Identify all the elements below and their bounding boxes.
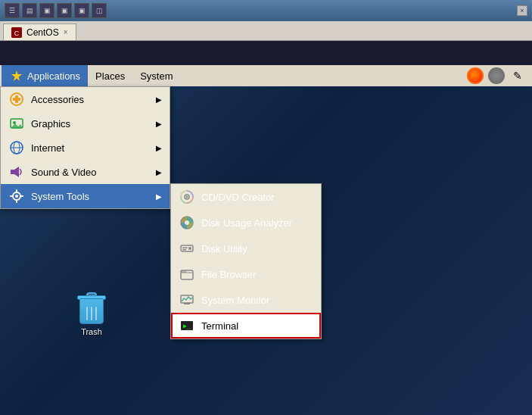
system-monitor-label: System Monitor: [201, 295, 269, 306]
svg-rect-6: [13, 98, 20, 101]
disk-utility-icon: [179, 240, 195, 257]
svg-marker-14: [14, 167, 19, 177]
internet-label: Internet: [31, 142, 64, 154]
svg-point-16: [15, 195, 18, 198]
menu-places-label: Places: [95, 70, 125, 82]
trash-lines: [86, 307, 97, 320]
internet-chevron: ▶: [156, 144, 162, 152]
panel-icon-3[interactable]: ▣: [39, 3, 54, 18]
file-browser-icon: [179, 266, 195, 282]
menu-graphics[interactable]: Graphics ▶: [1, 111, 170, 136]
disk-usage-icon: [179, 214, 195, 231]
earth-icon[interactable]: [488, 67, 505, 84]
graphics-chevron: ▶: [156, 120, 162, 128]
top-panel: [0, 41, 532, 65]
internet-icon: [8, 139, 25, 156]
menu-internet[interactable]: Internet ▶: [1, 136, 170, 160]
svg-rect-20: [20, 195, 23, 197]
trash-label: Trash: [81, 327, 102, 336]
system-tools-label: System Tools: [31, 191, 89, 202]
submenu-disk-usage[interactable]: Disk Usage Analyzer: [171, 210, 321, 236]
svg-text:▶_: ▶_: [183, 323, 191, 329]
trash-body: [79, 298, 104, 324]
tab-bar: C CentOS ×: [0, 21, 532, 41]
svg-point-23: [186, 196, 188, 198]
svg-point-25: [185, 220, 189, 225]
menu-item-applications[interactable]: Applications: [2, 65, 88, 86]
menubar: Applications Places System ✎: [0, 65, 532, 86]
panel-icon-1[interactable]: ☰: [5, 3, 20, 18]
graphics-icon: [8, 115, 25, 132]
menubar-right-icons: ✎: [467, 67, 530, 84]
centos-tab-icon: C: [11, 27, 22, 38]
svg-rect-13: [11, 170, 14, 174]
panel-icon-6[interactable]: ◫: [92, 3, 107, 18]
system-tools-icon: [8, 188, 25, 204]
terminal-label: Terminal: [201, 320, 238, 332]
applications-icon: [9, 68, 24, 83]
accessories-icon: [8, 91, 25, 108]
graphics-label: Graphics: [31, 118, 70, 129]
menu-system-label: System: [140, 70, 173, 82]
svg-rect-18: [16, 200, 17, 203]
accessories-chevron: ▶: [156, 95, 162, 104]
panel-icons: ☰ ▤ ▣ ▣ ▣ ◫: [5, 3, 107, 18]
applications-dropdown: Accessories ▶ Graphics ▶: [0, 86, 170, 209]
centos-tab[interactable]: C CentOS ×: [3, 23, 76, 40]
disk-utility-label: Disk Utility: [201, 243, 247, 254]
firefox-icon[interactable]: [467, 67, 484, 84]
svg-point-8: [13, 121, 16, 124]
svg-marker-9: [11, 123, 23, 128]
terminal-icon: ▶_: [179, 317, 195, 334]
menu-accessories[interactable]: Accessories ▶: [1, 87, 170, 111]
system-monitor-icon: [179, 292, 195, 308]
window-close-button[interactable]: ×: [517, 5, 527, 16]
svg-text:C: C: [14, 30, 20, 37]
submenu-terminal[interactable]: ▶_ Terminal: [171, 313, 321, 339]
cd-dvd-label: CD/DVD Creator: [201, 192, 275, 203]
sound-video-label: Sound & Video: [31, 167, 97, 178]
svg-rect-17: [16, 189, 17, 192]
svg-rect-29: [182, 249, 186, 251]
trash-icon-image: [74, 291, 109, 326]
disk-usage-label: Disk Usage Analyzer: [201, 217, 292, 229]
sound-video-chevron: ▶: [156, 168, 162, 176]
title-bar: ☰ ▤ ▣ ▣ ▣ ◫ ×: [0, 0, 532, 21]
menu-item-places[interactable]: Places: [88, 65, 132, 86]
svg-rect-28: [182, 248, 188, 249]
system-tools-submenu: CD/DVD Creator: [170, 183, 322, 339]
svg-rect-19: [10, 195, 13, 197]
cd-dvd-icon: [179, 189, 195, 205]
centos-tab-label: CentOS: [26, 27, 59, 38]
accessories-label: Accessories: [31, 94, 84, 105]
menu-item-system[interactable]: System: [132, 65, 180, 86]
tab-close-button[interactable]: ×: [64, 28, 68, 36]
window-frame: ☰ ▤ ▣ ▣ ▣ ◫ × C CentOS ×: [0, 0, 532, 415]
panel-icon-5[interactable]: ▣: [74, 3, 89, 18]
svg-point-27: [188, 247, 191, 250]
file-browser-label: File Browser: [201, 269, 256, 280]
submenu-cd-dvd[interactable]: CD/DVD Creator: [171, 184, 321, 210]
sound-icon: [8, 164, 25, 180]
svg-rect-33: [184, 303, 190, 304]
submenu-system-monitor[interactable]: System Monitor: [171, 287, 321, 313]
menu-system-tools[interactable]: System Tools ▶: [1, 184, 170, 208]
submenu-file-browser[interactable]: File Browser: [171, 261, 321, 287]
panel-icon-4[interactable]: ▣: [57, 3, 72, 18]
pencil-icon[interactable]: ✎: [509, 67, 526, 84]
submenu-disk-utility[interactable]: Disk Utility: [171, 236, 321, 261]
trash-desktop-icon[interactable]: Trash: [65, 291, 118, 336]
panel-icon-2[interactable]: ▤: [22, 3, 37, 18]
vm-area: Applications Places System ✎: [0, 41, 532, 415]
menu-sound-video[interactable]: Sound & Video ▶: [1, 160, 170, 184]
menu-applications-label: Applications: [27, 70, 80, 82]
system-tools-chevron: ▶: [156, 192, 162, 201]
svg-rect-31: [181, 270, 186, 273]
